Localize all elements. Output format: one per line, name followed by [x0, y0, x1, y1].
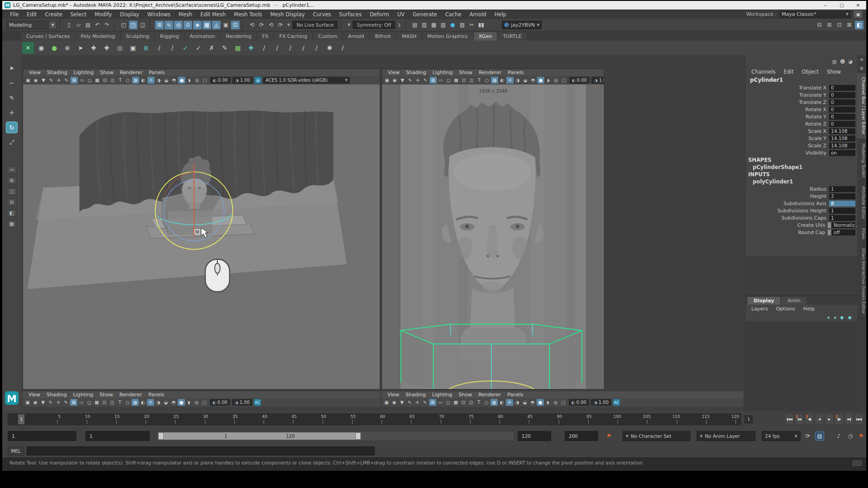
- panel-menu-item[interactable]: Shading: [44, 70, 71, 75]
- shelf-tab[interactable]: Motion Graphics: [422, 32, 472, 41]
- channel-value-field[interactable]: 1: [829, 215, 855, 221]
- pin-panel-icon[interactable]: ≡: [860, 57, 863, 64]
- xgen-green-sphere-icon[interactable]: ●: [48, 42, 60, 54]
- image-plane-icon[interactable]: ✎: [47, 77, 55, 84]
- timeline-tick[interactable]: 40: [235, 414, 264, 425]
- resolution-gate-icon[interactable]: ◻: [86, 77, 93, 84]
- all-lights-icon[interactable]: ☼: [506, 399, 513, 406]
- range-slider-bar[interactable]: 1 120: [158, 432, 361, 440]
- sidebar-vertical-tab[interactable]: Channel Box / Layer Editor: [857, 73, 866, 139]
- timeline-tick[interactable]: 95: [559, 414, 589, 425]
- panel-menu-item[interactable]: Panels: [146, 70, 168, 75]
- workspace-dropdown[interactable]: Maya Classic* ▼: [779, 11, 851, 18]
- layer-move-up-icon[interactable]: ◂: [827, 314, 830, 320]
- grease-pencil-icon[interactable]: ✎: [63, 77, 70, 84]
- render-sequence-icon[interactable]: ▦: [429, 21, 438, 29]
- gate-opacity-icon[interactable]: ▢: [560, 77, 567, 84]
- channel-value-field[interactable]: 14.108: [829, 143, 855, 149]
- camera-attributes-icon[interactable]: ◉: [391, 399, 398, 406]
- resolution-gate-icon[interactable]: ◻: [85, 399, 93, 406]
- xgen-brush6-icon[interactable]: ∕: [337, 42, 349, 54]
- exposure-control[interactable]: ◐0.00: [569, 77, 590, 84]
- xgen-sprout-icon[interactable]: ✚: [245, 42, 257, 54]
- wireframe-icon[interactable]: ○: [124, 399, 131, 406]
- ipr-render-icon[interactable]: ▥: [420, 21, 429, 29]
- safe-action-icon[interactable]: ◫: [467, 399, 475, 406]
- shelf-tab[interactable]: Arnold: [343, 32, 369, 41]
- camera-attributes-icon[interactable]: ◉: [32, 77, 39, 84]
- panel-menu-item[interactable]: Panels: [505, 70, 527, 75]
- safe-title-icon[interactable]: T: [117, 77, 124, 84]
- live-surface-field[interactable]: No Live Surface: [292, 21, 338, 29]
- motion-blur-icon[interactable]: ◓: [529, 77, 537, 84]
- menu-item[interactable]: Curves: [309, 11, 335, 18]
- shelf-tab[interactable]: Curves / Surfaces: [21, 32, 75, 41]
- timeline-tick[interactable]: 100: [589, 414, 618, 425]
- menu-item[interactable]: Select: [66, 11, 90, 18]
- shadows-icon[interactable]: ◑: [514, 399, 521, 406]
- highlight-selection-icon[interactable]: ⊡: [231, 21, 240, 29]
- timeline-tick[interactable]: 15: [87, 414, 117, 425]
- timeline-tick[interactable]: 115: [677, 414, 707, 425]
- channel-row[interactable]: Translate X 0: [745, 84, 857, 91]
- channel-value-field[interactable]: 2: [829, 193, 855, 199]
- layer-editor-menu-item[interactable]: Layers: [747, 306, 772, 312]
- timeline-tick[interactable]: 65: [382, 414, 411, 425]
- select-hierarchy-icon[interactable]: ◰: [119, 21, 128, 29]
- shelf-tab[interactable]: Sculpting: [121, 32, 154, 41]
- step-back-frame-button[interactable]: ▮◀: [795, 413, 804, 425]
- grid-icon[interactable]: ⊞: [429, 399, 436, 406]
- layer-editor-tab[interactable]: Anim: [781, 297, 807, 305]
- channel-value-field[interactable]: 0: [829, 85, 855, 91]
- safe-title-icon[interactable]: T: [476, 77, 483, 84]
- panel-menu-item[interactable]: Lighting: [71, 70, 97, 75]
- cut-icon[interactable]: ✂: [467, 21, 476, 29]
- render-frame-icon[interactable]: ▤: [410, 21, 419, 29]
- fps-dropdown[interactable]: 24 fps ▼: [762, 431, 801, 441]
- gamma-control[interactable]: ◑1.00: [591, 399, 611, 406]
- wireframe-icon[interactable]: ○: [483, 399, 490, 406]
- xgen-comb2-icon[interactable]: ∕: [166, 42, 178, 54]
- timeline-tick[interactable]: 35: [205, 414, 235, 425]
- menu-item[interactable]: Surfaces: [335, 11, 366, 18]
- pan-zoom-icon[interactable]: ✛: [55, 399, 62, 406]
- shelf-tab[interactable]: Rigging: [155, 32, 184, 41]
- channel-row[interactable]: Rotate X 0: [745, 106, 857, 113]
- scale-tool-button[interactable]: ⤢: [6, 137, 17, 148]
- viewport-renderer-icon[interactable]: ●: [537, 77, 544, 84]
- xgen-target-icon[interactable]: ◎: [114, 42, 126, 54]
- channel-row[interactable]: Rotate Z 0: [745, 120, 857, 127]
- perspective-canvas[interactable]: [23, 84, 380, 389]
- wireframe-icon[interactable]: ○: [124, 77, 132, 84]
- gate-opacity-icon[interactable]: ▢: [201, 399, 208, 406]
- panel-menu-item[interactable]: Renderer: [117, 70, 146, 75]
- menu-item[interactable]: Create: [41, 11, 66, 18]
- input-channel-row[interactable]: Round Cap off: [745, 229, 857, 236]
- light-editor-icon[interactable]: ▨: [458, 21, 467, 29]
- panel-menu-item[interactable]: Lighting: [429, 392, 455, 398]
- xgen-plus-icon[interactable]: ✚: [88, 42, 99, 54]
- gamma-control[interactable]: ◑1.00: [232, 399, 252, 406]
- shelf-tab[interactable]: Rendering: [221, 32, 256, 41]
- panel-menu-item[interactable]: Show: [456, 70, 476, 75]
- xgen-sphere-icon[interactable]: ◉: [35, 42, 47, 54]
- film-gate-icon[interactable]: ▭: [437, 399, 444, 406]
- field-chart-icon[interactable]: ⊡: [101, 77, 108, 84]
- menu-set-dropdown[interactable]: Modeling ▼: [6, 21, 57, 29]
- go-to-start-button[interactable]: ▮◀◀: [785, 413, 794, 425]
- workspace-lock-icon[interactable]: ▣: [854, 10, 863, 18]
- select-camera-icon[interactable]: ▣: [24, 77, 32, 84]
- construction-history-icon[interactable]: ⟲: [267, 21, 275, 29]
- film-gate-icon[interactable]: ▭: [437, 77, 444, 84]
- channel-row[interactable]: Visibility on: [745, 149, 857, 156]
- layer-editor-tab[interactable]: Display: [747, 297, 780, 305]
- layout-four-pane-button[interactable]: ⊞: [7, 177, 17, 184]
- lasso-tool-button[interactable]: ∽: [6, 77, 17, 88]
- shelf-tab[interactable]: MASH: [397, 32, 421, 41]
- resolution-gate-icon[interactable]: ◻: [445, 77, 452, 84]
- channel-value-field[interactable]: 1: [829, 186, 855, 192]
- channel-value-field[interactable]: 1: [829, 208, 855, 214]
- search-field[interactable]: ☻ jay2YBVN ▼: [502, 21, 542, 29]
- menu-item[interactable]: UV: [393, 11, 409, 18]
- menu-item[interactable]: Edit Mesh: [196, 11, 230, 18]
